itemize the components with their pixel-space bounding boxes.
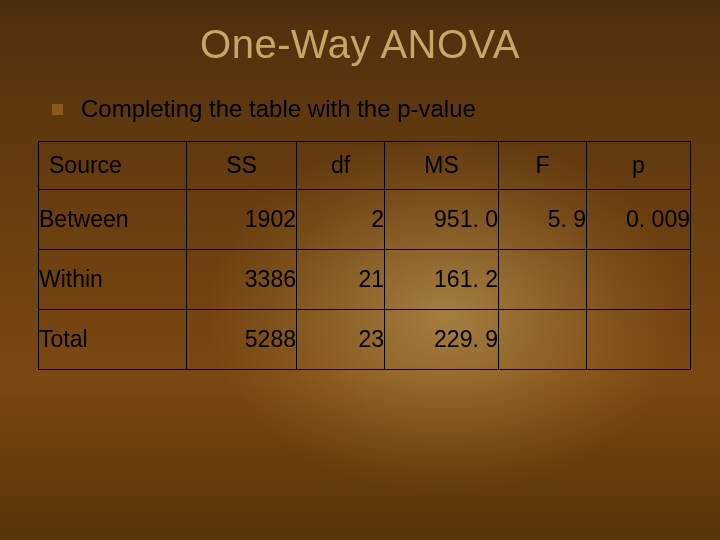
- cell-p: [587, 310, 691, 370]
- square-bullet-icon: [52, 104, 63, 115]
- cell-df: 21: [297, 250, 385, 310]
- cell-source: Between: [39, 190, 187, 250]
- col-header-f: F: [499, 142, 587, 190]
- cell-ss: 1902: [187, 190, 297, 250]
- col-header-source: Source: [39, 142, 187, 190]
- col-header-p: p: [587, 142, 691, 190]
- col-header-ms: MS: [385, 142, 499, 190]
- bullet-text: Completing the table with the p-value: [81, 95, 476, 123]
- cell-df: 2: [297, 190, 385, 250]
- table-header-row: Source SS df MS F p: [39, 142, 691, 190]
- cell-ss: 3386: [187, 250, 297, 310]
- cell-source: Total: [39, 310, 187, 370]
- cell-f: [499, 310, 587, 370]
- cell-source: Within: [39, 250, 187, 310]
- col-header-ss: SS: [187, 142, 297, 190]
- cell-f: [499, 250, 587, 310]
- table-row: Total 5288 23 229. 9: [39, 310, 691, 370]
- col-header-df: df: [297, 142, 385, 190]
- table-row: Within 3386 21 161. 2: [39, 250, 691, 310]
- cell-ms: 951. 0: [385, 190, 499, 250]
- slide-title: One-Way ANOVA: [0, 0, 720, 67]
- cell-p: 0. 009: [587, 190, 691, 250]
- table-row: Between 1902 2 951. 0 5. 9 0. 009: [39, 190, 691, 250]
- cell-ms: 161. 2: [385, 250, 499, 310]
- bullet-line: Completing the table with the p-value: [52, 95, 720, 123]
- slide: One-Way ANOVA Completing the table with …: [0, 0, 720, 540]
- cell-f: 5. 9: [499, 190, 587, 250]
- cell-ss: 5288: [187, 310, 297, 370]
- cell-ms: 229. 9: [385, 310, 499, 370]
- anova-table: Source SS df MS F p Between 1902 2 951. …: [38, 141, 691, 370]
- cell-df: 23: [297, 310, 385, 370]
- cell-p: [587, 250, 691, 310]
